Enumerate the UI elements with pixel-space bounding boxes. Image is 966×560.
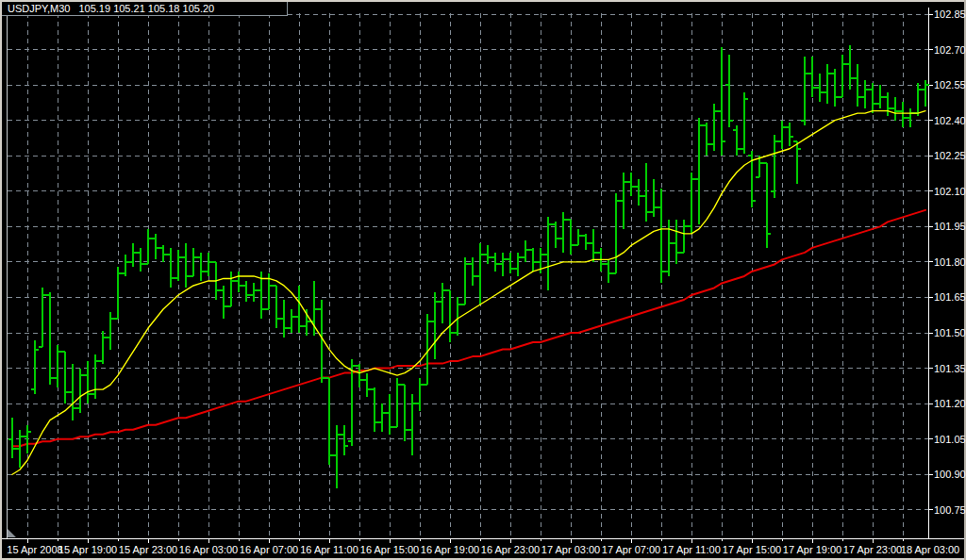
x-axis-label: 16 Apr 11:00 — [295, 544, 363, 555]
y-axis-label: 100.90 — [934, 469, 966, 480]
y-axis-label: 102.25 — [934, 150, 966, 161]
x-axis-label: 16 Apr 15:00 — [356, 544, 424, 555]
y-axis-label: 101.80 — [934, 256, 966, 268]
x-axis-label: 17 Apr 19:00 — [778, 544, 846, 555]
chart-title: USDJPY,M30105.19 105.21 105.18 105.20 — [2, 2, 288, 16]
y-axis-label: 101.95 — [934, 221, 966, 232]
ma-slow-line — [12, 210, 925, 446]
x-axis-label: 16 Apr 19:00 — [416, 544, 484, 555]
y-axis-label: 101.35 — [934, 363, 966, 374]
x-axis-label: 17 Apr 15:00 — [718, 544, 786, 555]
x-axis-label: 17 Apr 11:00 — [658, 544, 725, 555]
chart-window: USDJPY,M30105.19 105.21 105.18 105.20 10… — [0, 0, 966, 560]
chart-title-symbol: USDJPY,M30 — [8, 3, 70, 14]
x-axis-label: 15 Apr 23:00 — [114, 544, 182, 555]
y-axis-label: 102.10 — [934, 186, 966, 197]
y-axis-label: 102.85 — [934, 8, 966, 20]
ma-fast-line — [12, 111, 925, 475]
y-axis-label: 101.50 — [934, 327, 966, 338]
x-axis-label: 18 Apr 03:00 — [896, 544, 964, 555]
y-axis-label: 101.20 — [934, 398, 966, 409]
chart-title-quotes: 105.19 105.21 105.18 105.20 — [78, 3, 214, 14]
y-axis-label: 102.70 — [934, 44, 966, 56]
window-frame-left — [0, 0, 2, 560]
y-axis-label: 101.05 — [934, 434, 966, 445]
y-axis-label: 101.65 — [934, 291, 966, 303]
y-axis-label: 102.40 — [934, 115, 966, 126]
x-axis-label: 16 Apr 03:00 — [175, 544, 242, 555]
y-axis-label: 102.55 — [934, 79, 966, 91]
chart-shift-triangle-icon — [8, 529, 16, 537]
x-axis-label: 15 Apr 19:00 — [54, 544, 122, 555]
x-axis-label: 16 Apr 23:00 — [476, 544, 544, 555]
x-axis-label: 16 Apr 07:00 — [235, 544, 303, 555]
x-axis-label: 17 Apr 07:00 — [597, 544, 665, 555]
price-chart[interactable] — [0, 0, 966, 560]
y-axis-label: 100.75 — [934, 504, 966, 516]
x-axis-label: 17 Apr 03:00 — [537, 544, 605, 555]
